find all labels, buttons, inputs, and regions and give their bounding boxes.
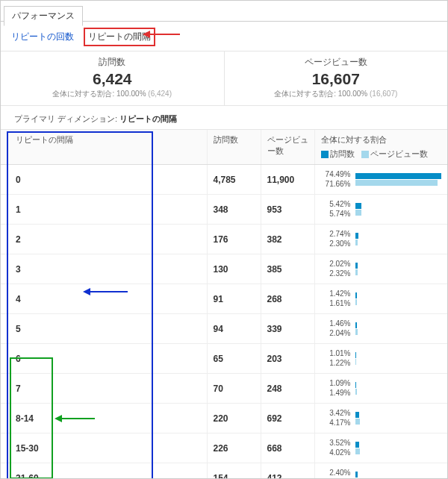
- summary-pv-sub: 全体に対する割合: 100.00% (16,607): [228, 89, 445, 99]
- row-bars: 74.49%71.66%: [314, 165, 447, 195]
- row-pv: 385: [261, 254, 314, 284]
- table-header-row: リピートの間隔 訪問数 ページビュー数 全体に対する割合 訪問数 ページビュー数: [1, 130, 447, 165]
- legend-swatch-visits: [321, 151, 329, 158]
- primary-dimension-label: プライマリ ディメンション:: [14, 114, 117, 123]
- row-pv: 268: [261, 284, 314, 314]
- row-visits: 154: [207, 463, 261, 479]
- summary-pv-label: ページビュー数: [228, 56, 445, 69]
- summary-visits-value: 6,424: [4, 70, 221, 87]
- table-row: 6652031.01%1.22%: [1, 344, 447, 374]
- col-pv[interactable]: ページビュー数: [261, 130, 314, 165]
- col-interval[interactable]: リピートの間隔: [1, 130, 207, 165]
- table-row: 21763822.74%2.30%: [1, 225, 447, 254]
- tab-row: パフォーマンス: [1, 1, 447, 22]
- row-visits: 94: [207, 314, 261, 344]
- row-label: 2: [1, 225, 207, 254]
- row-bars: 2.74%2.30%: [314, 225, 447, 254]
- col-ratio[interactable]: 全体に対する割合 訪問数 ページビュー数: [314, 130, 447, 165]
- row-pv: 203: [261, 344, 314, 374]
- table-wrap: リピートの間隔 訪問数 ページビュー数 全体に対する割合 訪問数 ページビュー数…: [1, 130, 447, 479]
- summary-visits-label: 訪問数: [4, 56, 221, 69]
- row-pv: 412: [261, 463, 314, 479]
- tab-performance[interactable]: パフォーマンス: [4, 6, 83, 26]
- row-bars: 3.42%4.17%: [314, 404, 447, 433]
- row-label: 15-30: [1, 433, 207, 463]
- table-row: 8-142206923.42%4.17%: [1, 404, 447, 433]
- row-label: 8-14: [1, 404, 207, 433]
- row-pv: 248: [261, 374, 314, 404]
- row-bars: 2.40%2.48%: [314, 463, 447, 479]
- row-pv: 11,900: [261, 165, 314, 195]
- col-visits[interactable]: 訪問数: [207, 130, 261, 165]
- row-pv: 692: [261, 404, 314, 433]
- table-row: 31-601544122.40%2.48%: [1, 463, 447, 479]
- row-pv: 382: [261, 225, 314, 254]
- row-visits: 70: [207, 374, 261, 404]
- primary-dimension-value: リピートの間隔: [119, 114, 177, 123]
- summary-visits: 訪問数 6,424 全体に対する割合: 100.00% (6,424): [1, 51, 225, 105]
- legend-swatch-pv: [361, 151, 369, 158]
- subtab-repeat-count[interactable]: リピートの回数: [8, 29, 77, 45]
- row-bars: 1.09%1.49%: [314, 374, 447, 404]
- row-label: 4: [1, 284, 207, 314]
- table-row: 15-302266683.52%4.02%: [1, 433, 447, 463]
- row-pv: 339: [261, 314, 314, 344]
- table-row: 13489535.42%5.74%: [1, 195, 447, 225]
- row-visits: 4,785: [207, 165, 261, 195]
- table-row: 04,78511,90074.49%71.66%: [1, 165, 447, 195]
- row-label: 6: [1, 344, 207, 374]
- row-label: 0: [1, 165, 207, 195]
- row-bars: 2.02%2.32%: [314, 254, 447, 284]
- legend: 訪問数 ページビュー数: [321, 148, 442, 160]
- summary-pageviews: ページビュー数 16,607 全体に対する割合: 100.00% (16,607…: [225, 51, 448, 105]
- row-label: 3: [1, 254, 207, 284]
- row-label: 1: [1, 195, 207, 225]
- row-bars: 1.42%1.61%: [314, 284, 447, 314]
- summary-pv-value: 16,607: [228, 70, 445, 87]
- data-table: リピートの間隔 訪問数 ページビュー数 全体に対する割合 訪問数 ページビュー数…: [1, 130, 447, 479]
- row-visits: 220: [207, 404, 261, 433]
- row-visits: 176: [207, 225, 261, 254]
- row-label: 31-60: [1, 463, 207, 479]
- summary-visits-sub: 全体に対する割合: 100.00% (6,424): [4, 89, 221, 99]
- row-visits: 130: [207, 254, 261, 284]
- row-label: 7: [1, 374, 207, 404]
- row-bars: 3.52%4.02%: [314, 433, 447, 463]
- row-visits: 348: [207, 195, 261, 225]
- row-bars: 1.46%2.04%: [314, 314, 447, 344]
- row-label: 5: [1, 314, 207, 344]
- row-visits: 65: [207, 344, 261, 374]
- table-row: 7702481.09%1.49%: [1, 374, 447, 404]
- annotation-arrow-red: [143, 31, 180, 38]
- primary-dimension: プライマリ ディメンション: リピートの間隔: [1, 106, 447, 130]
- row-visits: 91: [207, 284, 261, 314]
- row-bars: 5.42%5.74%: [314, 195, 447, 225]
- row-pv: 953: [261, 195, 314, 225]
- row-pv: 668: [261, 433, 314, 463]
- table-row: 4912681.42%1.61%: [1, 284, 447, 314]
- table-row: 5943391.46%2.04%: [1, 314, 447, 344]
- summary-row: 訪問数 6,424 全体に対する割合: 100.00% (6,424) ページビ…: [1, 51, 447, 106]
- row-bars: 1.01%1.22%: [314, 344, 447, 374]
- table-row: 31303852.02%2.32%: [1, 254, 447, 284]
- row-visits: 226: [207, 433, 261, 463]
